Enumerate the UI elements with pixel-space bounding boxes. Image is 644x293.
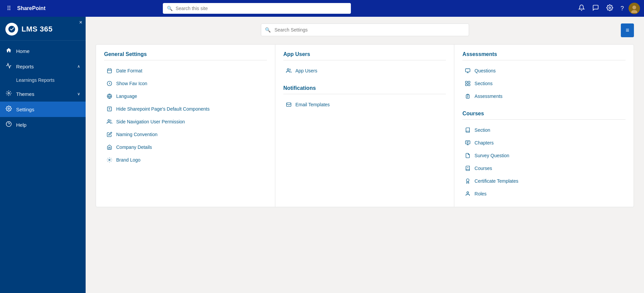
courses-icon [464, 165, 471, 172]
settings-item-naming-convention[interactable]: Naming Convention [104, 128, 267, 141]
assessments-title: Assessments [462, 51, 626, 60]
chapters-icon [464, 139, 471, 146]
hide-sharepoint-icon [106, 106, 113, 112]
settings-item-courses[interactable]: Courses [462, 162, 626, 175]
side-nav-user-permission-label: Side Navigation User Permission [116, 119, 185, 124]
date-format-icon [106, 67, 113, 74]
notification-button[interactable] [576, 2, 588, 15]
settings-item-side-nav-user-permission[interactable]: Side Navigation User Permission [104, 115, 267, 128]
settings-item-assessments[interactable]: Assessments [462, 90, 626, 103]
assessments-courses-column: Assessments Questions Sections [454, 45, 634, 207]
email-templates-label: Email Templates [295, 102, 330, 107]
topbar-search-icon: 🔍 [167, 6, 173, 11]
hide-sharepoint-label: Hide Sharepoint Page's Default Component… [116, 106, 210, 112]
svg-rect-27 [466, 84, 467, 85]
svg-rect-8 [107, 69, 111, 73]
svg-point-18 [108, 120, 109, 121]
sidebar-item-learnings-reports[interactable]: Learnings Reports [0, 74, 86, 86]
certificate-templates-icon [464, 178, 471, 184]
courses-label: Courses [474, 166, 492, 171]
show-fav-icon-icon [106, 80, 113, 87]
side-nav-user-permission-icon [106, 118, 113, 125]
roles-label: Roles [474, 191, 487, 196]
app-title: SharePoint [17, 5, 45, 11]
settings-item-certificate-templates[interactable]: Certificate Templates [462, 175, 626, 187]
app-users-label: App Users [295, 68, 317, 73]
svg-rect-21 [286, 103, 291, 107]
settings-nav-icon [5, 106, 12, 113]
svg-point-38 [466, 179, 469, 181]
email-templates-icon [285, 101, 292, 108]
sections-label: Sections [474, 81, 493, 86]
section-label: Section [474, 127, 490, 133]
settings-item-section[interactable]: Section [462, 124, 626, 136]
svg-point-39 [467, 192, 469, 193]
reports-expand-icon: ∧ [77, 64, 80, 69]
svg-point-5 [8, 108, 10, 110]
content-hamburger-button[interactable]: ≡ [621, 23, 634, 37]
general-settings-title: General Settings [104, 51, 267, 60]
settings-search-input[interactable] [261, 23, 469, 36]
help-nav-icon [5, 121, 12, 128]
assessments-label: Assessments [474, 94, 502, 99]
settings-item-language[interactable]: Language [104, 90, 267, 103]
topbar-search-container: 🔍 [163, 3, 351, 14]
svg-rect-26 [468, 81, 470, 83]
settings-search-wrap: 🔍 [261, 23, 469, 36]
settings-item-email-templates[interactable]: Email Templates [283, 98, 446, 111]
svg-rect-32 [466, 141, 470, 144]
svg-point-0 [609, 7, 610, 8]
sidebar-item-themes[interactable]: Themes ∨ [0, 86, 86, 102]
topbar-search-input[interactable] [163, 3, 351, 14]
sidebar-item-home[interactable]: Home [0, 43, 86, 59]
sidebar-item-reports[interactable]: Reports ∧ [0, 59, 86, 74]
reports-icon [5, 63, 12, 70]
app-users-title: App Users [283, 51, 446, 60]
settings-item-roles[interactable]: Roles [462, 187, 626, 200]
settings-item-sections[interactable]: Sections [462, 77, 626, 90]
questions-icon [464, 67, 471, 74]
settings-item-date-format[interactable]: Date Format [104, 64, 267, 77]
sidebar-item-label-themes: Themes [16, 91, 73, 97]
language-label: Language [116, 94, 137, 99]
settings-item-hide-sharepoint[interactable]: Hide Sharepoint Page's Default Component… [104, 103, 267, 115]
settings-item-company-details[interactable]: Company Details [104, 141, 267, 154]
company-details-label: Company Details [116, 144, 152, 150]
sidebar-item-label-home: Home [16, 48, 80, 54]
section-icon [464, 127, 471, 133]
settings-search-icon: 🔍 [265, 27, 271, 33]
chat-button[interactable] [590, 2, 602, 15]
settings-item-survey-question[interactable]: Survey Question [462, 149, 626, 162]
settings-item-brand-logo[interactable]: Brand Logo [104, 154, 267, 166]
sidebar-item-settings[interactable]: Settings [0, 102, 86, 117]
sidebar: LMS 365 × Home Reports ∧ Learnings Re [0, 17, 86, 293]
main-container: LMS 365 × Home Reports ∧ Learnings Re [0, 17, 644, 293]
avatar[interactable] [629, 3, 640, 14]
settings-item-questions[interactable]: Questions [462, 64, 626, 77]
brand-logo-label: Brand Logo [116, 157, 140, 163]
survey-question-label: Survey Question [474, 153, 509, 158]
help-button[interactable]: ? [618, 3, 627, 14]
notifications-title: Notifications [283, 85, 446, 94]
sections-icon [464, 80, 471, 87]
settings-button[interactable] [604, 2, 616, 15]
topbar-actions: ? [576, 2, 640, 15]
language-icon [106, 93, 113, 100]
sidebar-close-button[interactable]: × [79, 19, 82, 25]
sidebar-item-label-reports: Reports [16, 64, 73, 69]
show-fav-icon-label: Show Fav Icon [116, 81, 147, 86]
sidebar-item-help[interactable]: Help [0, 117, 86, 132]
general-settings-column: General Settings Date Format Show Fav Ic… [96, 45, 275, 207]
app-users-icon [285, 67, 292, 74]
settings-item-app-users[interactable]: App Users [283, 64, 446, 77]
settings-search-bar: 🔍 [96, 23, 634, 36]
svg-point-2 [632, 6, 636, 9]
settings-item-show-fav-icon[interactable]: Show Fav Icon [104, 77, 267, 90]
questions-label: Questions [474, 68, 496, 73]
settings-item-chapters[interactable]: Chapters [462, 136, 626, 149]
certificate-templates-label: Certificate Templates [474, 178, 518, 184]
brand-logo-icon [106, 157, 113, 163]
waffle-menu-button[interactable]: ⠿ [4, 3, 14, 14]
sidebar-logo-icon [5, 23, 18, 36]
svg-rect-28 [468, 84, 470, 85]
